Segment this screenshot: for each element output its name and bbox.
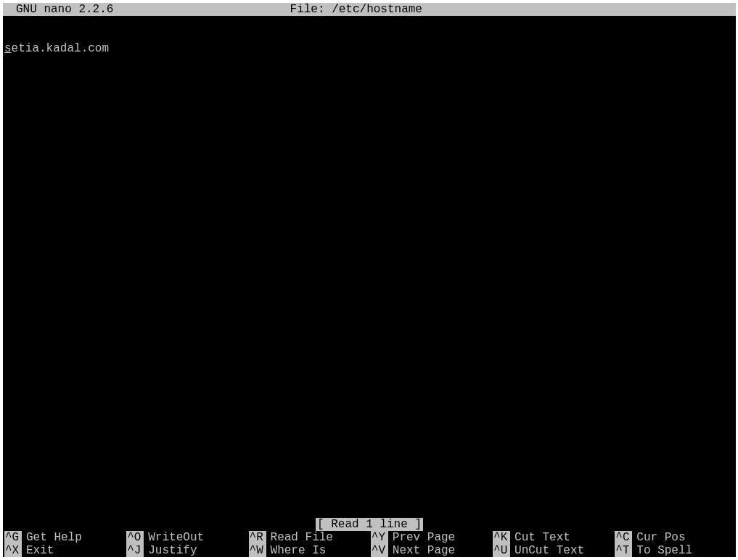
shortcut-label: WriteOut — [148, 531, 204, 544]
shortcut-key: ^J — [126, 544, 144, 557]
shortcut-key: ^C — [615, 531, 632, 544]
nano-terminal-frame: GNU nano 2.2.6 File: /etc/hostname setia… — [3, 3, 736, 557]
shortcut-key: ^W — [249, 544, 266, 557]
shortcut-key: ^Y — [371, 531, 388, 544]
shortcut-cut-text[interactable]: ^K Cut Text — [491, 531, 613, 544]
title-bar: GNU nano 2.2.6 File: /etc/hostname — [3, 3, 736, 16]
shortcut-label: Prev Page — [393, 531, 455, 544]
shortcut-row-1: ^G Get Help ^O WriteOut ^R Read File ^Y … — [3, 531, 736, 544]
shortcut-justify[interactable]: ^J Justify — [125, 544, 247, 557]
file-path: /etc/hostname — [332, 3, 422, 16]
cursor-char: s — [4, 42, 12, 55]
shortcut-key: ^U — [493, 544, 510, 557]
app-version: GNU nano 2.2.6 — [16, 3, 113, 16]
shortcut-label: Next Page — [393, 544, 455, 557]
shortcut-prev-page[interactable]: ^Y Prev Page — [369, 531, 491, 544]
shortcut-to-spell[interactable]: ^T To Spell — [613, 544, 735, 557]
shortcut-label: Cut Text — [514, 531, 570, 544]
shortcut-label: Read File — [271, 531, 333, 544]
shortcut-key: ^X — [4, 544, 22, 557]
shortcut-key: ^G — [4, 531, 22, 544]
shortcut-label: Exit — [26, 544, 54, 557]
shortcut-label: Cur Pos — [636, 531, 685, 544]
status-bar: [ Read 1 line ] — [3, 518, 736, 531]
shortcut-key: ^R — [249, 531, 266, 544]
file-title: File: /etc/hostname — [290, 3, 422, 16]
shortcut-bar: ^G Get Help ^O WriteOut ^R Read File ^Y … — [3, 531, 736, 557]
shortcut-key: ^O — [126, 531, 144, 544]
shortcut-get-help[interactable]: ^G Get Help — [3, 531, 125, 544]
shortcut-key: ^K — [493, 531, 510, 544]
shortcut-label: Justify — [148, 544, 197, 557]
editor-area[interactable]: setia.kadal.com — [3, 42, 736, 55]
shortcut-uncut-text[interactable]: ^U UnCut Text — [491, 544, 613, 557]
shortcut-cur-pos[interactable]: ^C Cur Pos — [613, 531, 735, 544]
shortcut-next-page[interactable]: ^V Next Page — [369, 544, 491, 557]
shortcut-where-is[interactable]: ^W Where Is — [247, 544, 369, 557]
shortcut-key: ^T — [615, 544, 632, 557]
shortcut-key: ^V — [371, 544, 388, 557]
shortcut-label: Where Is — [271, 544, 327, 557]
shortcut-writeout[interactable]: ^O WriteOut — [125, 531, 247, 544]
shortcut-row-2: ^X Exit ^J Justify ^W Where Is ^V Next P… — [3, 544, 736, 557]
shortcut-exit[interactable]: ^X Exit — [3, 544, 125, 557]
content-line[interactable]: setia.kadal.com — [3, 42, 736, 55]
content-text: etia.kadal.com — [12, 42, 109, 55]
shortcut-label: To Spell — [636, 544, 692, 557]
status-message: [ Read 1 line ] — [316, 518, 423, 531]
shortcut-label: Get Help — [26, 531, 82, 544]
shortcut-read-file[interactable]: ^R Read File — [247, 531, 369, 544]
file-prefix: File: — [290, 3, 325, 16]
shortcut-label: UnCut Text — [514, 544, 584, 557]
